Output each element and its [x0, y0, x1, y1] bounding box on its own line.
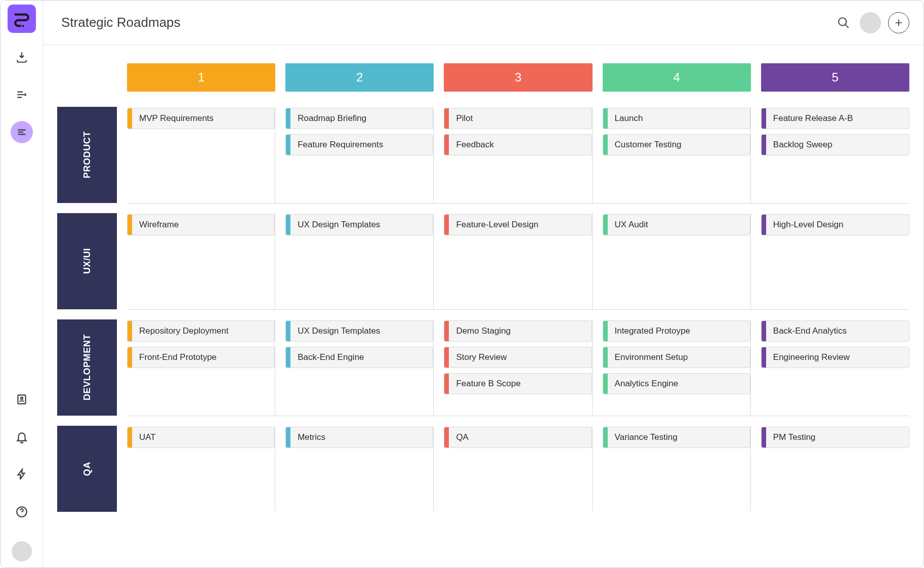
cell: MVP Requirements [127, 107, 275, 203]
roadmap-card[interactable]: Feature Requirements [285, 134, 433, 155]
roadmap-card[interactable]: UX Design Templates [285, 214, 433, 235]
row-header-qa[interactable]: QA [57, 426, 117, 512]
roadmap-card[interactable]: PM Testing [761, 427, 909, 448]
column-header-4[interactable]: 4 [603, 63, 751, 92]
roadmap-card[interactable]: Story Review [444, 347, 592, 368]
roadmap-card[interactable]: Backlog Sweep [761, 134, 909, 155]
card-label: Wireframe [132, 215, 186, 235]
roadmap-card[interactable]: Feature Release A-B [761, 108, 909, 129]
roadmap-card[interactable]: Engineering Review [761, 347, 909, 368]
column-header-1[interactable]: 1 [127, 63, 275, 92]
add-button[interactable] [888, 12, 909, 33]
card-label: Engineering Review [766, 347, 857, 368]
card-color-bar [603, 374, 608, 394]
roadmap-card[interactable]: Back-End Analytics [761, 320, 909, 342]
cell: UX Audit [603, 213, 751, 309]
roadmap-card[interactable]: Feedback [444, 134, 592, 155]
cell: PM Testing [761, 426, 909, 512]
svg-point-2 [20, 397, 22, 399]
roadmap-card[interactable]: Variance Testing [603, 427, 750, 448]
card-label: Pilot [449, 108, 480, 129]
row-header-product[interactable]: PRODUCT [57, 107, 117, 203]
svg-point-4 [21, 514, 22, 515]
card-label: Feature B Scope [449, 374, 528, 394]
column-header-2[interactable]: 2 [285, 63, 434, 92]
roadmap-card[interactable]: UX Design Templates [285, 320, 433, 342]
column-header-3[interactable]: 3 [444, 63, 592, 92]
header-avatar[interactable] [860, 12, 881, 33]
roadmap-card[interactable]: QA [444, 427, 592, 448]
roadmap-card[interactable]: Pilot [444, 108, 592, 129]
card-label: UX Design Templates [290, 321, 387, 341]
roadmap-card[interactable]: MVP Requirements [127, 108, 275, 129]
card-color-bar [128, 108, 132, 129]
roadmap-card[interactable]: High-Level Design [761, 214, 909, 235]
cell: High-Level Design [761, 213, 909, 309]
page-title: Strategic Roadmaps [61, 15, 181, 30]
card-label: UX Design Templates [290, 215, 387, 235]
roadmap-card[interactable]: Wireframe [127, 214, 275, 235]
roadmap-card[interactable]: Back-End Engine [285, 347, 433, 368]
contacts-icon[interactable] [11, 388, 33, 411]
card-color-bar [444, 215, 449, 235]
roadmap-card[interactable]: Roadmap Briefing [285, 108, 433, 129]
search-icon[interactable] [834, 14, 853, 32]
card-color-bar [762, 427, 766, 448]
card-label: Feature Requirements [290, 135, 390, 155]
card-label: Environment Setup [608, 347, 695, 368]
card-label: MVP Requirements [132, 108, 221, 129]
card-label: Integrated Protoype [608, 321, 697, 341]
bell-icon[interactable] [11, 426, 33, 448]
card-color-bar [762, 347, 766, 368]
roadmap-card[interactable]: Metrics [285, 427, 433, 448]
bolt-icon[interactable] [11, 463, 33, 485]
roadmap-card[interactable]: Feature B Scope [444, 373, 592, 394]
card-color-bar [603, 347, 608, 368]
roadmap-card[interactable]: UAT [127, 427, 275, 448]
row-header-devlopment[interactable]: DEVLOPMENT [57, 319, 117, 416]
card-color-bar [286, 347, 290, 368]
card-color-bar [444, 321, 449, 341]
cell: Feature Release A-BBacklog Sweep [761, 107, 909, 203]
cell: UX Design Templates [285, 213, 434, 309]
card-label: Back-End Engine [290, 347, 371, 368]
roadmap-card[interactable]: Front-End Prototype [127, 347, 275, 368]
card-color-bar [128, 347, 132, 368]
roadmap-card[interactable]: Customer Testing [603, 134, 750, 155]
app-logo[interactable] [8, 5, 36, 33]
card-color-bar [603, 215, 608, 235]
roadmap-card[interactable]: UX Audit [603, 214, 750, 235]
roadmap-card[interactable]: Feature-Level Design [444, 214, 592, 235]
card-label: Front-End Prototype [132, 347, 224, 368]
import-icon[interactable] [11, 46, 33, 68]
board-icon[interactable] [11, 121, 33, 143]
card-color-bar [762, 135, 766, 155]
header: Strategic Roadmaps [43, 1, 923, 45]
card-color-bar [444, 108, 449, 129]
card-color-bar [444, 135, 449, 155]
cell: Repository DeploymentFront-End Prototype [127, 319, 275, 416]
sidebar-avatar[interactable] [12, 541, 32, 561]
card-label: Variance Testing [608, 427, 685, 448]
card-color-bar [444, 427, 449, 448]
card-color-bar [603, 321, 608, 341]
card-color-bar [128, 215, 132, 235]
card-color-bar [128, 321, 132, 341]
card-color-bar [762, 108, 766, 129]
card-label: Back-End Analytics [766, 321, 854, 341]
card-label: Backlog Sweep [766, 135, 839, 155]
roadmap-card[interactable]: Environment Setup [603, 347, 750, 368]
timeline-icon[interactable] [11, 84, 33, 106]
cell: Metrics [285, 426, 434, 512]
card-label: Feedback [449, 135, 501, 155]
cell: Roadmap BriefingFeature Requirements [285, 107, 434, 203]
roadmap-card[interactable]: Launch [603, 108, 750, 129]
roadmap-card[interactable]: Integrated Protoype [603, 320, 750, 342]
column-header-5[interactable]: 5 [761, 63, 909, 92]
row-header-ux/ui[interactable]: UX/UI [57, 213, 117, 309]
roadmap-card[interactable]: Analytics Engine [603, 373, 750, 394]
roadmap-card[interactable]: Repository Deployment [127, 320, 275, 342]
help-icon[interactable] [11, 501, 33, 523]
cell: PilotFeedback [444, 107, 592, 203]
roadmap-card[interactable]: Demo Staging [444, 320, 592, 342]
